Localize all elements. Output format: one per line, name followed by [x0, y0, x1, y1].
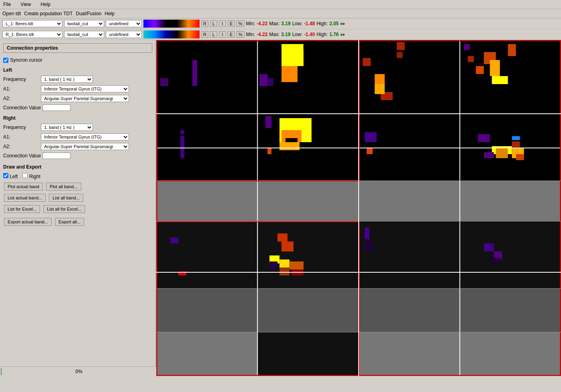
- pct-button-2[interactable]: %: [236, 31, 244, 38]
- low-val-1: -1.48: [304, 21, 315, 26]
- menu-file[interactable]: File: [2, 1, 12, 8]
- dual-fusion-button[interactable]: Dual/Fusion: [76, 11, 101, 16]
- left-section-title: Left: [3, 67, 152, 73]
- r-button-1[interactable]: R: [201, 20, 208, 27]
- high-label-2: High:: [317, 32, 328, 37]
- cut-select-1[interactable]: twotail_cut: [64, 20, 104, 27]
- high-label-1: High:: [317, 21, 328, 26]
- help-button[interactable]: Help: [105, 11, 115, 16]
- frequency-select-left[interactable]: 1. band ( 1 Hz ): [41, 76, 93, 83]
- list-all-for-excel-button[interactable]: List all for Excel...: [43, 205, 85, 213]
- min-val-2: -4.22: [256, 32, 267, 37]
- a1-select-left[interactable]: Inferior Temporal Gyrus (ITG): [41, 85, 129, 92]
- max-val-1: 3.19: [281, 21, 291, 26]
- min-label-1: Min:: [246, 21, 255, 26]
- check-left[interactable]: [3, 173, 8, 178]
- a2-label-right: A2:: [3, 144, 39, 149]
- conn-value-right[interactable]: 1.453: [42, 153, 71, 159]
- list-for-excel-button[interactable]: List for Excel...: [4, 205, 40, 213]
- frequency-select-right[interactable]: 1. band ( 1 Hz ): [41, 124, 93, 131]
- draw-export-title: Draw and Export: [3, 164, 152, 170]
- a1-select-right[interactable]: Inferior Temporal Gyrus (ITG): [41, 133, 129, 141]
- list-actual-band-button[interactable]: List actual band...: [4, 194, 46, 202]
- a2-label-left: A2:: [3, 96, 39, 101]
- menu-bar: File View Help: [0, 0, 561, 9]
- open-tdt-button[interactable]: Open tdt: [2, 11, 21, 16]
- low-val-2: -1.40: [304, 32, 315, 37]
- list-all-band-button[interactable]: List all band...: [49, 194, 83, 202]
- min-label-2: Min:: [246, 32, 255, 37]
- scrollbar-icon-2[interactable]: ⇔: [340, 31, 345, 38]
- color-gradient-1: [143, 20, 200, 28]
- toolbar-row1: L_1: Beres.tdt twotail_cut undefined R L…: [0, 18, 561, 29]
- frequency-label-left: Frequency: [3, 76, 39, 82]
- high-val-2: 1.76: [329, 32, 339, 37]
- undefined-select-2[interactable]: undefined: [106, 31, 142, 38]
- scrollbar-icon-1[interactable]: ⇔: [340, 20, 345, 27]
- right-a2-row: A2: Angular-Super Parietal-Supramargi: [3, 143, 152, 150]
- color-gradient-2: [143, 30, 200, 38]
- progress-text: 0%: [2, 369, 156, 374]
- plot-actual-band-button[interactable]: Plot actual band: [4, 183, 43, 191]
- e-button-2[interactable]: E: [228, 31, 235, 38]
- btn-row-3: List for Excel... List all for Excel...: [3, 204, 152, 214]
- right-panel[interactable]: [156, 40, 561, 376]
- conn-label-right: Connection Value: [3, 153, 41, 159]
- main-content: Connection properties Syncron cursor Lef…: [0, 40, 561, 376]
- create-population-button[interactable]: Create population TDT: [24, 11, 73, 16]
- left-a1-row: A1: Inferior Temporal Gyrus (ITG): [3, 85, 152, 92]
- menu-view[interactable]: View: [19, 1, 32, 8]
- syncron-cursor-row: Syncron cursor: [3, 57, 152, 63]
- plot-all-band-button[interactable]: Plot all band...: [46, 183, 81, 191]
- r-button-2[interactable]: R: [201, 31, 208, 38]
- syncron-cursor-label: Syncron cursor: [10, 57, 42, 63]
- a2-select-right[interactable]: Angular-Super Parietal-Supramargi: [41, 143, 129, 150]
- right-frequency-row: Frequency 1. band ( 1 Hz ): [3, 124, 152, 131]
- conn-value-left[interactable]: 2.355: [42, 105, 71, 111]
- syncron-cursor-checkbox[interactable]: [3, 58, 8, 63]
- low-label-2: Low:: [292, 32, 302, 37]
- l-button-2[interactable]: L: [210, 31, 217, 38]
- pct-button-1[interactable]: %: [236, 20, 244, 27]
- progress-bar-container: 0%: [0, 366, 156, 376]
- min-val-1: -4.22: [256, 21, 267, 26]
- a2-select-left[interactable]: Angular-Super Parietal-Supramargi: [41, 95, 129, 102]
- low-label-1: Low:: [292, 21, 302, 26]
- check-left-label[interactable]: Left: [3, 173, 18, 179]
- check-right-label[interactable]: Right: [22, 173, 40, 179]
- i-button-2[interactable]: I: [219, 31, 226, 38]
- a1-label-right: A1:: [3, 134, 39, 140]
- toolbar-row2: R_1: Beres.tdt twotail_cut undefined R L…: [0, 29, 561, 40]
- check-right[interactable]: [22, 173, 28, 178]
- right-a1-row: A1: Inferior Temporal Gyrus (ITG): [3, 133, 152, 141]
- e-button-1[interactable]: E: [228, 20, 235, 27]
- draw-checkboxes: Left Right: [3, 173, 152, 179]
- btn-row-1: Plot actual band Plot all band...: [3, 182, 152, 191]
- left-a2-row: A2: Angular-Super Parietal-Supramargi: [3, 95, 152, 102]
- max-label-1: Max:: [269, 21, 280, 26]
- max-label-2: Max:: [269, 32, 280, 37]
- panel-title: Connection properties: [3, 43, 152, 53]
- file-select-2[interactable]: R_1: Beres.tdt: [2, 31, 63, 38]
- frequency-label-right: Frequency: [3, 125, 39, 130]
- a1-label-left: A1:: [3, 86, 39, 92]
- i-button-1[interactable]: I: [219, 20, 226, 27]
- max-val-2: 3.19: [281, 32, 291, 37]
- right-conn-row: Connection Value 1.453: [3, 153, 152, 159]
- conn-label-left: Connection Value: [3, 105, 41, 111]
- left-frequency-row: Frequency 1. band ( 1 Hz ): [3, 76, 152, 83]
- left-conn-row: Connection Value 2.355: [3, 105, 152, 111]
- undefined-select-1[interactable]: undefined: [106, 20, 142, 27]
- export-actual-band-button[interactable]: Export actual band...: [4, 218, 52, 226]
- btn-row-2: List actual band... List all band...: [3, 193, 152, 203]
- cut-select-2[interactable]: twotail_cut: [64, 31, 104, 38]
- high-val-1: 2.05: [329, 21, 339, 26]
- export-all-button[interactable]: Export all...: [55, 218, 84, 226]
- right-section-title: Right: [3, 115, 152, 121]
- menu-help[interactable]: Help: [39, 1, 52, 8]
- toolbar: Open tdt Create population TDT Dual/Fusi…: [0, 9, 561, 18]
- matrix-canvas: [156, 40, 561, 376]
- btn-row-4: Export actual band... Export all...: [3, 217, 152, 227]
- l-button-1[interactable]: L: [210, 20, 217, 27]
- file-select-1[interactable]: L_1: Beres.tdt: [2, 20, 63, 27]
